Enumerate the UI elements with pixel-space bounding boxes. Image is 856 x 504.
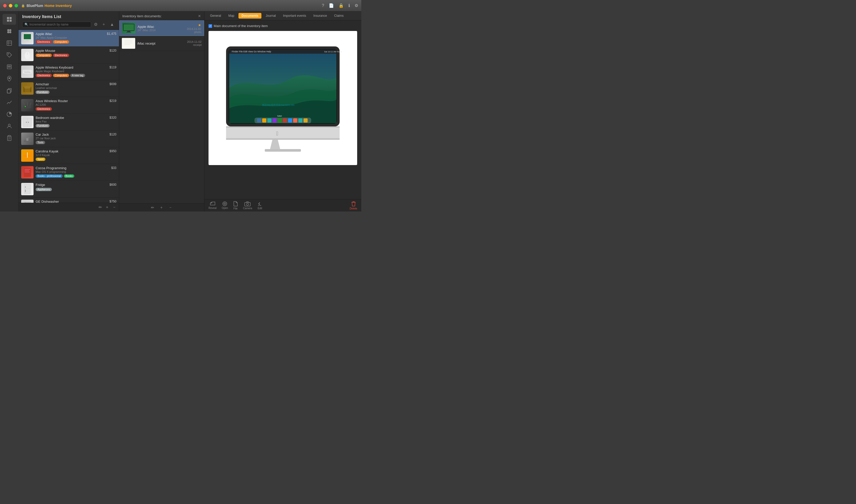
add-item-button[interactable]: ＋ (105, 204, 109, 210)
svg-point-6 (7, 31, 9, 33)
sidebar-item-analytics[interactable] (3, 97, 16, 108)
traffic-lights (3, 4, 18, 7)
close-button[interactable] (3, 4, 7, 7)
svg-point-47 (25, 106, 26, 107)
tab-documents[interactable]: Documents (238, 13, 262, 19)
add-doc-button[interactable]: ＋ (160, 205, 163, 210)
doc-item[interactable]: iMac receipt 2014-11-02 receipt (119, 36, 204, 51)
minimize-button[interactable] (9, 4, 12, 7)
doc-name: Apple iMac (138, 25, 185, 29)
settings-icon[interactable]: ⚙ (355, 3, 358, 8)
sidebar-item-map[interactable] (3, 73, 16, 84)
main-doc-checkbox[interactable]: ✓ (209, 24, 212, 28)
svg-rect-92 (278, 119, 282, 123)
item-price: $699 (109, 82, 117, 86)
list-item[interactable]: Car Jack $120 2T car floor jack Tools (19, 130, 119, 147)
tag[interactable]: Appliances (36, 188, 52, 191)
tag[interactable]: Computers (53, 40, 69, 43)
svg-rect-0 (7, 17, 9, 19)
svg-rect-8 (7, 41, 12, 46)
tag[interactable]: Electronics (36, 74, 52, 77)
list-item[interactable]: Bedroom wardrobe $320 Ikea Pax Furniture (19, 114, 119, 130)
search-input[interactable] (30, 23, 89, 26)
item-info: Car Jack $120 2T car floor jack Tools (36, 132, 117, 144)
doc-item[interactable]: Apple iMac 24" iMac 2014 ★ 2014-11-02 ph… (119, 20, 204, 36)
list-item[interactable]: GE Dishwasher $750 Appliances (19, 198, 119, 203)
svg-line-46 (30, 103, 31, 106)
tag[interactable]: Books (64, 174, 75, 178)
title-icons: ? 📄 🔒 ℹ ⚙ (322, 3, 358, 8)
sidebar-item-clipboard[interactable] (3, 132, 16, 143)
sidebar-item-person[interactable] (3, 121, 16, 131)
list-item[interactable]: Carolina Kayak $950 12.0 Kayak Sport (19, 147, 119, 164)
remove-item-button[interactable]: － (112, 204, 117, 210)
svg-rect-23 (8, 136, 10, 137)
item-name: Fridge (36, 183, 45, 187)
tab-important-events[interactable]: Important events (280, 13, 309, 19)
tag[interactable]: Tools (36, 141, 45, 144)
list-item[interactable]: Apple Wireless Keyboard $119 Apple Magic… (19, 64, 119, 80)
camera-button[interactable]: Camera (243, 201, 252, 210)
detail-footer: Reveal Open File (204, 199, 361, 212)
search-input-wrap[interactable]: 🔍 (22, 22, 91, 28)
delete-button[interactable]: Delete (350, 201, 357, 210)
tab-general[interactable]: General (207, 13, 224, 19)
item-thumbnail (21, 99, 34, 111)
doc-footer: ✏ ＋ － (119, 203, 204, 212)
item-thumbnail (21, 132, 34, 145)
camera-icon (244, 201, 251, 206)
reveal-button[interactable]: Reveal (209, 201, 216, 210)
sidebar-item-layers[interactable] (3, 61, 16, 72)
item-thumbnail (21, 32, 34, 44)
tag[interactable]: Computers (36, 54, 52, 57)
sidebar-item-table[interactable] (3, 38, 16, 49)
open-button[interactable]: Open (222, 201, 228, 210)
tab-map[interactable]: Map (225, 13, 237, 19)
lock-icon2[interactable]: 🔒 (339, 3, 344, 8)
sidebar-item-copy[interactable] (3, 85, 16, 96)
item-tags: Appliances (36, 188, 117, 191)
list-item[interactable]: Cocoa Programming $33 Mac OS X programmi… (19, 164, 119, 181)
list-item[interactable]: Apple iMac $1,475 24" Mac Apple Computer… (19, 30, 119, 47)
maximize-button[interactable] (15, 4, 18, 7)
doc-close-button[interactable]: ✕ (198, 14, 201, 18)
sidebar-item-items[interactable] (3, 26, 16, 37)
svg-point-16 (8, 77, 10, 79)
item-name: Car Jack (36, 132, 49, 137)
list-item[interactable]: Apple Mouse $120 Computers Electronics (19, 47, 119, 64)
sidebar-item-tags[interactable] (3, 50, 16, 60)
list-item[interactable]: Armchair $699 Leather armchair Furniture (19, 80, 119, 97)
collapse-icon[interactable]: ▲ (109, 22, 115, 28)
add-item-icon[interactable]: ＋ (101, 21, 107, 28)
list-item[interactable]: Asus Wireless Router $219 AC1200 Electro… (19, 97, 119, 114)
tab-claims[interactable]: Claims (331, 13, 347, 19)
remove-doc-button[interactable]: － (168, 205, 172, 210)
tag[interactable]: Computers (53, 74, 69, 77)
sidebar-item-pie[interactable] (3, 109, 16, 120)
tag[interactable]: Furniture (36, 91, 50, 94)
tab-journal[interactable]: Journal (263, 13, 279, 19)
info-icon[interactable]: ℹ (349, 3, 350, 8)
svg-rect-36 (27, 71, 28, 71)
doc-icon[interactable]: 📄 (329, 3, 334, 8)
tag[interactable]: A new tag (70, 74, 85, 77)
edit-item-button[interactable]: ✏ (99, 205, 102, 210)
tag[interactable]: Books - professional (36, 174, 63, 178)
tag[interactable]: Electronics (36, 107, 52, 111)
sidebar-item-dashboard[interactable] (3, 14, 16, 25)
tag[interactable]: Furniture (36, 124, 50, 127)
tag[interactable]: Sport (36, 158, 46, 161)
item-tags: Books - professional Books (36, 174, 117, 178)
svg-rect-64 (25, 186, 26, 188)
tag[interactable]: Electronics (36, 40, 52, 43)
list-item[interactable]: Fridge $600 Appliances (19, 181, 119, 198)
tag[interactable]: Electronics (53, 54, 69, 57)
edit-button[interactable]: Edit (257, 201, 263, 210)
file-button[interactable]: File (233, 201, 238, 210)
list-footer: ✏ ＋ － (19, 203, 119, 212)
help-icon[interactable]: ? (322, 3, 324, 8)
lock-icon: 🔒 (21, 4, 25, 7)
tab-insurance[interactable]: Insurance (310, 13, 330, 19)
filter-icon[interactable]: ⚙ (93, 21, 99, 28)
edit-doc-button[interactable]: ✏ (151, 205, 154, 210)
